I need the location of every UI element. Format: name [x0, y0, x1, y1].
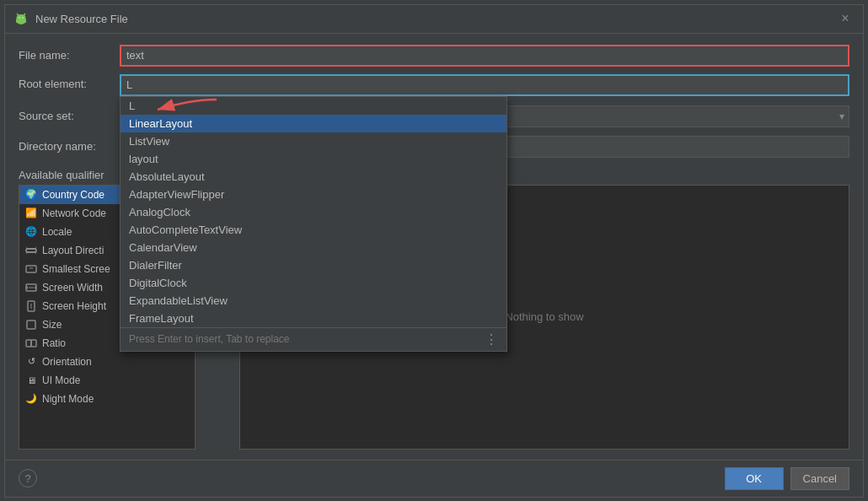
autocomplete-item-analogclock[interactable]: AnalogClock — [121, 203, 506, 221]
qualifier-label-layout-direction: Layout Directi — [42, 245, 104, 256]
qualifier-item-orientation[interactable]: ↺ Orientation — [19, 353, 195, 371]
orientation-icon: ↺ — [24, 355, 38, 369]
svg-rect-25 — [26, 340, 31, 347]
file-name-row: File name: — [19, 44, 849, 67]
qualifier-label-country-code: Country Code — [42, 189, 104, 201]
locale-icon: 🌐 — [24, 225, 38, 239]
footer-buttons: OK Cancel — [725, 467, 849, 490]
qualifier-label-orientation: Orientation — [42, 356, 92, 368]
file-name-label: File name: — [19, 49, 120, 62]
title-bar: New Resource File × — [5, 5, 863, 34]
more-icon: ⋮ — [485, 331, 498, 347]
autocomplete-hint: Press Enter to insert, Tab to replace ⋮ — [121, 327, 506, 351]
ok-button[interactable]: OK — [725, 467, 784, 490]
directory-name-label: Directory name: — [19, 140, 120, 153]
dialog-body: File name: Root element: L LinearLayout … — [5, 34, 863, 460]
qualifier-label-locale: Locale — [42, 226, 72, 238]
layout-direction-icon — [24, 244, 38, 257]
file-name-input[interactable] — [120, 45, 849, 67]
screen-height-icon — [24, 299, 38, 313]
help-button[interactable]: ? — [19, 469, 37, 488]
autocomplete-item-absolutelayout[interactable]: AbsoluteLayout — [121, 168, 506, 186]
screen-width-icon — [24, 281, 38, 294]
svg-rect-26 — [31, 340, 36, 347]
svg-rect-7 — [24, 19, 26, 23]
qualifier-label-screen-width: Screen Width — [42, 282, 103, 294]
country-code-icon: 🌍 — [24, 188, 38, 202]
autocomplete-item-L[interactable]: L — [121, 97, 506, 115]
android-icon — [13, 11, 29, 26]
root-element-input[interactable] — [120, 74, 849, 96]
autocomplete-item-digitalclock[interactable]: DigitalClock — [121, 274, 506, 292]
night-mode-icon: 🌙 — [24, 392, 38, 406]
svg-marker-14 — [35, 246, 37, 255]
network-code-icon: 📶 — [24, 207, 38, 220]
qualifier-label-ui-mode: UI Mode — [42, 374, 80, 386]
svg-rect-13 — [26, 251, 36, 253]
svg-rect-12 — [26, 248, 36, 250]
qualifier-label-network-code: Network Code — [42, 207, 106, 219]
dialog-footer: ? OK Cancel — [5, 460, 863, 497]
autocomplete-item-expandablelistview[interactable]: ExpandableListView — [121, 292, 506, 310]
autocomplete-item-linearlayout[interactable]: LinearLayout — [121, 115, 506, 132]
autocomplete-item-listview[interactable]: ListView — [121, 132, 506, 150]
autocomplete-item-framelayout[interactable]: FrameLayout — [121, 310, 506, 327]
autocomplete-item-dialerfilter[interactable]: DialerFilter — [121, 256, 506, 274]
root-element-input-wrap: L LinearLayout ListView layout AbsoluteL… — [120, 74, 849, 96]
qualifier-label-ratio: Ratio — [42, 337, 66, 349]
svg-point-10 — [22, 17, 23, 18]
size-icon — [24, 318, 38, 331]
svg-rect-24 — [27, 321, 35, 329]
qualifier-label-screen-height: Screen Height — [42, 300, 106, 312]
svg-rect-6 — [16, 19, 18, 23]
root-element-label: Root element: — [19, 78, 120, 90]
autocomplete-dropdown: L LinearLayout ListView layout AbsoluteL… — [120, 96, 507, 352]
autocomplete-item-calendarview[interactable]: CalendarView — [121, 239, 506, 256]
autocomplete-item-layout[interactable]: layout — [121, 150, 506, 168]
close-button[interactable]: × — [836, 9, 855, 28]
svg-point-9 — [19, 17, 19, 18]
source-set-label: Source set: — [19, 110, 120, 122]
autocomplete-item-adapterviewflipper[interactable]: AdapterViewFlipper — [121, 186, 506, 203]
root-element-row: Root element: L LinearLayout ListView la… — [19, 74, 849, 98]
autocomplete-item-autocompletetextview[interactable]: AutoCompleteTextView — [121, 221, 506, 239]
qualifier-label-size: Size — [42, 319, 62, 331]
qualifier-label-night-mode: Night Mode — [42, 393, 94, 405]
qualifier-label-smallest-screen: Smallest Scree — [42, 263, 110, 275]
qualifier-item-ui-mode[interactable]: 🖥 UI Mode — [19, 371, 195, 390]
smallest-screen-icon — [24, 262, 38, 276]
svg-marker-15 — [25, 246, 27, 255]
svg-rect-16 — [26, 266, 36, 272]
qualifier-item-night-mode[interactable]: 🌙 Night Mode — [19, 390, 195, 408]
ratio-icon — [24, 337, 38, 350]
new-resource-file-dialog: New Resource File × File name: Root elem… — [4, 4, 864, 498]
ui-mode-icon: 🖥 — [24, 374, 38, 387]
dialog-title: New Resource File — [35, 13, 836, 25]
cancel-button[interactable]: Cancel — [790, 467, 849, 490]
svg-point-8 — [17, 14, 26, 21]
